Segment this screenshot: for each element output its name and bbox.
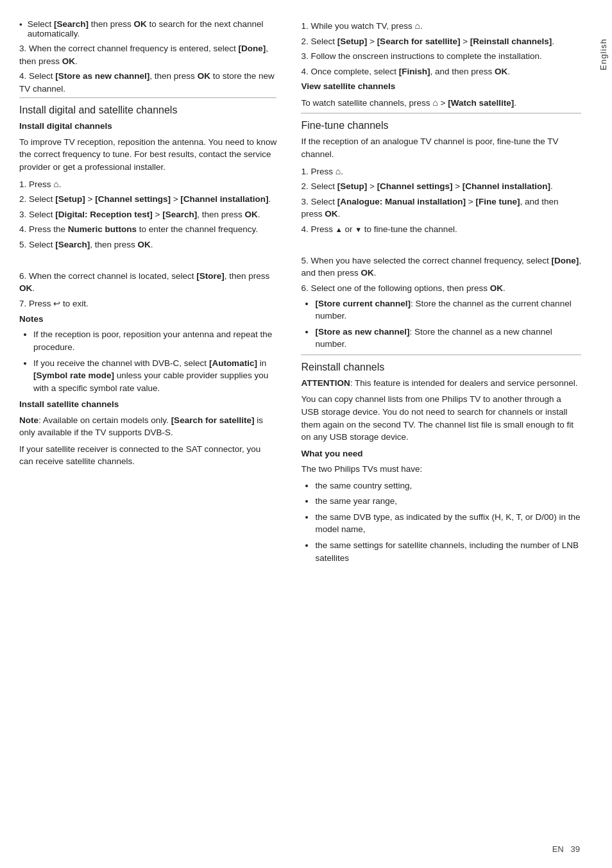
note-item-1: If the reception is poor, reposition you… (33, 328, 276, 353)
digital-step3: 3. Select [Digital: Reception test] > [S… (19, 208, 276, 221)
sat-step1: 1. While you watch TV, press . (301, 19, 581, 33)
left-column: • Select [Search] then press OK to searc… (19, 19, 294, 849)
ft-bullet-1: [Store current channel]: Store the chann… (315, 297, 581, 322)
attention-text: ATTENTION: This feature is intended for … (301, 377, 581, 390)
notes-list: If the reception is poor, reposition you… (33, 328, 276, 394)
digital-step2: 2. Select [Setup] > [Channel settings] >… (19, 193, 276, 206)
ft-step6: 6. Select one of the following options, … (301, 282, 581, 295)
page-container: English • Select [Search] then press OK … (0, 0, 612, 868)
view-para: To watch satellite channels, press > [Wa… (301, 96, 581, 110)
digital-step4: 4. Press the Numeric buttons to enter th… (19, 223, 276, 236)
reinstall-para: You can copy channel lists from one Phil… (301, 393, 581, 443)
sat-step2: 2. Select [Setup] > [Search for satellit… (301, 35, 581, 48)
section1-title: Install digital and satellite channels (19, 104, 276, 116)
step4-text: 4. Select [Store as new channel], then p… (19, 70, 276, 95)
side-tab: English (594, 0, 612, 868)
sat-step4: 4. Once complete, select [Finish], and t… (301, 65, 581, 78)
need-item-1: the same country setting, (315, 480, 581, 492)
ft-step3: 3. Select [Analogue: Manual installation… (301, 196, 581, 221)
home-icon-1 (53, 179, 58, 189)
right-column: 1. While you watch TV, press . 2. Select… (294, 19, 581, 849)
back-icon (53, 299, 60, 308)
satellite-para: If your satellite receiver is connected … (19, 443, 276, 468)
intro-bullet-text: Select [Search] then press OK to search … (28, 19, 277, 38)
sub1-title: Install digital channels (19, 120, 276, 133)
step3-text: 3. When the correct channel frequency is… (19, 42, 276, 67)
divider1 (19, 97, 276, 98)
section2-title: Fine-tune channels (301, 120, 581, 131)
finetune-para: If the reception of an analogue TV chann… (301, 135, 581, 160)
view-title: View satellite channels (301, 80, 581, 93)
digital-step5: 5. Select [Search], then press OK. (19, 238, 276, 251)
intro-bullet-item: • Select [Search] then press OK to searc… (19, 19, 276, 38)
divider2 (301, 113, 581, 113)
notes-title: Notes (19, 313, 276, 326)
note-item-2: If you receive the channel with DVB-C, s… (33, 357, 276, 395)
divider3 (301, 355, 581, 355)
need-item-2: the same year range, (315, 495, 581, 508)
ft-bullet-2: [Store as new channel]: Store the channe… (315, 326, 581, 351)
language-label: English (599, 38, 608, 71)
whatyouneed-title: What you need (301, 447, 581, 460)
digital-step1: 1. Press . (19, 178, 276, 191)
bullet-dot: • (19, 20, 22, 29)
finetune-bullets: [Store current channel]: Store the chann… (315, 297, 581, 351)
up-arrow-icon (336, 224, 343, 234)
main-content: • Select [Search] then press OK to searc… (0, 0, 594, 868)
sub1-para: To improve TV reception, reposition the … (19, 136, 276, 174)
ft-step1: 1. Press . (301, 165, 581, 178)
page-number: 39 (571, 844, 580, 854)
whatyouneed-list: the same country setting, the same year … (315, 480, 581, 564)
note-satellite: Note: Available on certain models only. … (19, 414, 276, 439)
whatyouneed-intro: The two Philips TVs must have: (301, 463, 581, 476)
home-icon-2 (415, 21, 420, 31)
digital-step6: 6. When the correct channel is located, … (19, 270, 276, 295)
page-footer: EN 39 (552, 844, 580, 854)
need-item-3: the same DVB type, as indicated by the s… (315, 511, 581, 536)
home-icon-4 (336, 167, 341, 176)
home-icon-3 (432, 98, 438, 108)
ft-step4: 4. Press or to fine-tune the channel. (301, 223, 581, 236)
sub2-title: Install satellite channels (19, 398, 276, 411)
down-arrow-icon (355, 224, 362, 234)
ft-step2: 2. Select [Setup] > [Channel settings] >… (301, 180, 581, 193)
digital-step7: 7. Press to exit. (19, 297, 276, 310)
ft-step5: 5. When you have selected the correct ch… (301, 255, 581, 280)
sat-step3: 3. Follow the onscreen instructions to c… (301, 50, 581, 63)
need-item-4: the same settings for satellite channels… (315, 539, 581, 564)
section3-title: Reinstall channels (301, 362, 581, 373)
